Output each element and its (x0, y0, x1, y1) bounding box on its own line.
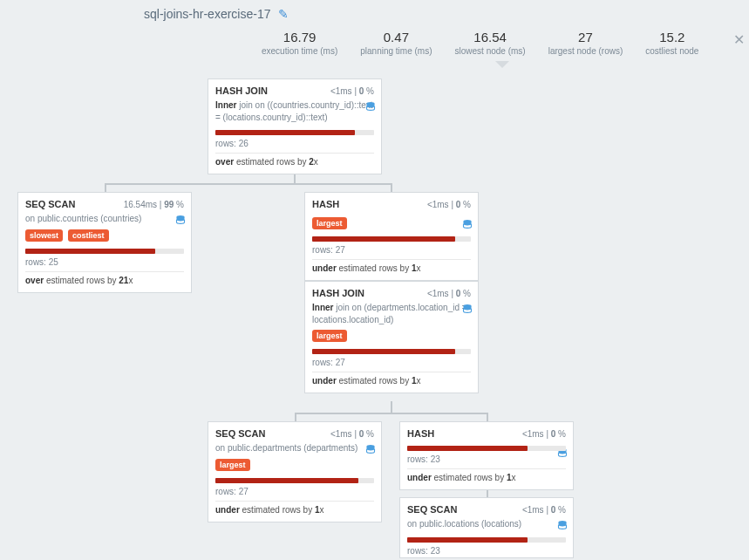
badge-largest: largest (312, 330, 347, 342)
node-meta: <1ms | 0 % (330, 86, 374, 96)
stat-planning-time: 0.47 planning time (ms) (360, 30, 432, 56)
node-hash-join-top[interactable]: HASH JOIN <1ms | 0 % Inner join on ((cou… (208, 79, 382, 174)
rows-bar (25, 249, 184, 254)
connector (391, 401, 392, 413)
page-title: sql-joins-hr-exercise-17 (144, 7, 271, 21)
estimate-line: over estimated rows by 21x (25, 272, 184, 287)
stat-value: 0.47 (360, 30, 432, 44)
node-description: Inner join on ((countries.country_id)::t… (215, 99, 374, 123)
node-seq-scan-departments[interactable]: SEQ SCAN <1ms | 0 % on public.department… (208, 421, 382, 522)
database-icon[interactable] (462, 304, 473, 315)
database-icon[interactable] (365, 101, 376, 113)
rows-bar (407, 446, 566, 451)
page-title-row: sql-joins-hr-exercise-17 ✎ (144, 7, 289, 21)
rows-count: rows: 26 (215, 139, 374, 154)
database-icon[interactable] (557, 520, 568, 531)
node-hash-bottom[interactable]: HASH <1ms | 0 % rows: 23 under estimated… (399, 421, 574, 490)
node-seq-scan-locations[interactable]: SEQ SCAN <1ms | 0 % on public.locations … (399, 497, 574, 558)
stat-label: costliest node (645, 46, 698, 56)
node-badges: largest (312, 217, 471, 229)
stat-value: 16.54 (455, 30, 526, 44)
node-hash-mid[interactable]: HASH <1ms | 0 % largest rows: 27 under e… (304, 192, 479, 281)
stat-execution-time: 16.79 execution time (ms) (262, 30, 337, 56)
stat-label: planning time (ms) (360, 46, 432, 56)
estimate-line: under estimated rows by 1x (407, 469, 566, 484)
badge-largest: largest (215, 459, 250, 471)
database-icon[interactable] (175, 215, 186, 226)
close-icon[interactable]: ✕ (730, 30, 748, 50)
estimate-line: over estimated rows by 2x (215, 154, 374, 168)
node-meta: 16.54ms | 99 % (124, 200, 184, 209)
node-title: HASH JOIN (312, 288, 364, 298)
node-description: on public.departments (departments) (215, 442, 374, 454)
node-title: HASH JOIN (215, 85, 268, 96)
node-seq-scan-countries[interactable]: SEQ SCAN 16.54ms | 99 % on public.countr… (17, 192, 192, 293)
node-meta: <1ms | 0 % (427, 289, 471, 298)
stat-value: 27 (548, 30, 623, 44)
rows-count: rows: 23 (407, 546, 566, 559)
node-badges: largest (215, 459, 374, 471)
stat-value: 15.2 (645, 30, 698, 44)
node-description: on public.locations (locations) (407, 518, 566, 530)
rows-count: rows: 25 (25, 257, 184, 272)
stat-largest-node: 27 largest node (rows) (548, 30, 623, 56)
connector (391, 183, 392, 192)
stat-slowest-node: 16.54 slowest node (ms) (455, 30, 526, 56)
edit-title-icon[interactable]: ✎ (278, 7, 289, 21)
stats-pointer-icon (495, 61, 509, 68)
connector (105, 183, 106, 192)
estimate-line: under estimated rows by 1x (312, 260, 471, 275)
estimate-line: under estimated rows by 1x (312, 372, 471, 387)
stat-label: slowest node (ms) (455, 46, 526, 56)
rows-count: rows: 23 (407, 454, 566, 469)
stat-value: 16.79 (262, 30, 337, 44)
estimate-line: under estimated rows by 1x (215, 502, 374, 516)
rows-bar (312, 236, 471, 242)
rows-count: rows: 27 (312, 358, 471, 372)
database-icon[interactable] (365, 444, 376, 455)
node-meta: <1ms | 0 % (330, 429, 374, 439)
rows-bar (312, 349, 471, 354)
node-title: SEQ SCAN (25, 199, 75, 209)
connector (487, 413, 488, 421)
node-title: SEQ SCAN (215, 428, 265, 439)
node-description: on public.countries (countries) (25, 213, 184, 225)
node-title: HASH (312, 199, 339, 209)
node-meta: <1ms | 0 % (522, 429, 566, 439)
connector (295, 413, 488, 414)
node-title: HASH (407, 428, 434, 439)
badge-costliest: costliest (68, 229, 109, 242)
stat-costliest-node: 15.2 costliest node (645, 30, 698, 56)
badge-slowest: slowest (25, 229, 63, 242)
connector (295, 413, 296, 421)
stat-label: largest node (rows) (548, 46, 623, 56)
node-badges: slowest costliest (25, 229, 184, 242)
rows-bar (215, 130, 374, 135)
node-meta: <1ms | 0 % (427, 200, 471, 209)
node-description: Inner join on (departments.location_id =… (312, 302, 471, 325)
rows-count: rows: 27 (215, 487, 374, 502)
node-hash-join-mid[interactable]: HASH JOIN <1ms | 0 % Inner join on (depa… (304, 281, 479, 393)
rows-bar (215, 478, 374, 483)
rows-bar (407, 537, 566, 543)
database-icon[interactable] (462, 219, 473, 230)
node-meta: <1ms | 0 % (522, 505, 566, 515)
node-title: SEQ SCAN (407, 504, 457, 515)
rows-count: rows: 27 (312, 245, 471, 260)
stat-label: execution time (ms) (262, 46, 337, 56)
stats-row: 16.79 execution time (ms) 0.47 planning … (262, 30, 748, 56)
connector (105, 183, 392, 185)
node-badges: largest (312, 330, 471, 342)
badge-largest: largest (312, 217, 347, 229)
